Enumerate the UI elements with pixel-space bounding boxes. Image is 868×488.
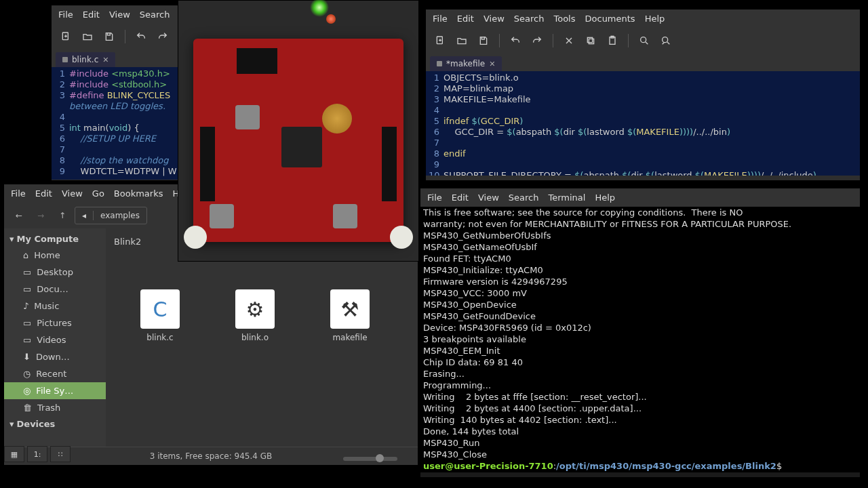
terminal-prompt[interactable]: user@user-Precision-7710:/opt/ti/msp430/… bbox=[423, 460, 857, 472]
search-icon[interactable] bbox=[635, 32, 653, 49]
editor-makefile: FileEditViewSearchToolsDocumentsHelp *ma… bbox=[426, 9, 860, 180]
menu-bookmarks[interactable]: Bookmarks bbox=[114, 188, 163, 199]
new-file-icon[interactable] bbox=[57, 28, 75, 45]
sidebar-item-label: File Sy… bbox=[36, 386, 73, 396]
sidebar-item-trash[interactable]: 🗑Trash bbox=[4, 399, 106, 416]
open-file-icon[interactable] bbox=[79, 28, 96, 45]
redo-icon[interactable] bbox=[154, 28, 172, 45]
menu-file[interactable]: File bbox=[433, 14, 448, 24]
menu-search[interactable]: Search bbox=[140, 9, 170, 20]
menu-help[interactable]: Help bbox=[595, 192, 615, 203]
svg-rect-4 bbox=[589, 39, 593, 43]
sidebar-item-recent[interactable]: ◷Recent bbox=[4, 365, 106, 382]
menu-search[interactable]: Search bbox=[509, 192, 539, 203]
sidebar-item-desktop[interactable]: ▭Desktop bbox=[4, 264, 106, 281]
term-menubar: FileEditViewSearchTerminalHelp bbox=[420, 188, 860, 207]
editor2-code[interactable]: 1OBJECTS=blink.o2MAP=blink.map3MAKEFILE=… bbox=[426, 71, 860, 176]
menu-edit[interactable]: Edit bbox=[35, 188, 52, 199]
menu-documents[interactable]: Documents bbox=[585, 14, 635, 24]
user-button-2 bbox=[333, 204, 357, 228]
save-icon[interactable] bbox=[100, 28, 118, 45]
tab-makefile[interactable]: *makefile ✕ bbox=[430, 56, 502, 71]
sidebar-item-label: Desktop bbox=[37, 267, 73, 277]
close-icon[interactable]: ✕ bbox=[489, 60, 495, 68]
replace-icon[interactable] bbox=[657, 32, 675, 49]
menu-edit[interactable]: Edit bbox=[83, 9, 100, 20]
file-type-icon: C bbox=[140, 289, 180, 329]
menu-edit[interactable]: Edit bbox=[452, 192, 469, 203]
menu-file[interactable]: File bbox=[58, 9, 73, 20]
prompt-path: /opt/ti/msp430/msp430-gcc/examples/Blink… bbox=[556, 461, 776, 471]
file-label: makefile bbox=[332, 333, 367, 342]
music-icon: ♪ bbox=[23, 301, 28, 311]
copy-icon[interactable] bbox=[582, 32, 599, 49]
path-prev-icon[interactable]: ◂ bbox=[75, 211, 94, 220]
menu-view[interactable]: View bbox=[478, 192, 499, 203]
menu-view[interactable]: View bbox=[109, 9, 130, 20]
file-blink.o[interactable]: ⚙blink.o bbox=[228, 289, 282, 342]
sidebar-item-pictures[interactable]: ▭Pictures bbox=[4, 314, 106, 331]
menu-help[interactable]: Help bbox=[645, 14, 665, 24]
chevron-down-icon: ▾ bbox=[9, 234, 14, 244]
zoom-slider[interactable] bbox=[343, 457, 397, 461]
undo-icon[interactable] bbox=[507, 32, 524, 49]
file-type-icon bbox=[62, 57, 68, 62]
path-segment[interactable]: examples bbox=[94, 211, 146, 220]
taskbar-item-0[interactable]: ▦ bbox=[4, 446, 24, 462]
prompt-user: user@user-Precision-7710 bbox=[423, 461, 553, 471]
undo-icon[interactable] bbox=[132, 28, 150, 45]
sidebar-item-label: Videos bbox=[37, 335, 66, 345]
open-file-icon[interactable] bbox=[453, 32, 471, 49]
save-icon[interactable] bbox=[475, 32, 492, 49]
sidebar-item-filesys[interactable]: ◎File Sy… bbox=[4, 382, 106, 399]
sidebar-header-devices[interactable]: ▾Devices bbox=[4, 416, 106, 432]
taskbar-item-2[interactable]: ∷ bbox=[50, 446, 71, 462]
svg-point-8 bbox=[641, 37, 646, 43]
file-makefile[interactable]: ⚒makefile bbox=[323, 289, 377, 342]
breadcrumb[interactable]: ◂ examples Blink2 bbox=[75, 207, 147, 224]
forward-icon[interactable]: → bbox=[31, 207, 50, 224]
file-type-icon bbox=[437, 61, 442, 66]
back-icon[interactable]: ← bbox=[9, 207, 28, 224]
file-label: blink.c bbox=[146, 333, 173, 342]
launchpad-board bbox=[193, 39, 403, 242]
folder-label: Blink2 bbox=[114, 237, 141, 247]
file-blink.c[interactable]: Cblink.c bbox=[133, 289, 187, 342]
terminal-output[interactable]: This is free software; see the source fo… bbox=[420, 207, 860, 472]
new-file-icon[interactable] bbox=[431, 32, 449, 49]
sidebar-item-music[interactable]: ♪Music bbox=[4, 298, 106, 314]
tab-label: *makefile bbox=[446, 59, 485, 68]
sidebar-item-home[interactable]: ⌂Home bbox=[4, 247, 106, 264]
svg-rect-3 bbox=[481, 37, 484, 39]
sidebar-item-videos[interactable]: ▭Videos bbox=[4, 331, 106, 348]
up-icon[interactable]: ↑ bbox=[53, 207, 72, 224]
menu-tools[interactable]: Tools bbox=[553, 14, 575, 24]
menu-file[interactable]: File bbox=[11, 188, 26, 199]
videos-icon: ▭ bbox=[23, 335, 31, 345]
menu-go[interactable]: Go bbox=[92, 188, 104, 199]
home-icon: ⌂ bbox=[23, 250, 28, 260]
menu-file[interactable]: File bbox=[427, 192, 442, 203]
sidebar-item-label: Pictures bbox=[37, 318, 71, 328]
sidebar-item-folder[interactable]: ▭Docu… bbox=[4, 281, 106, 298]
standoff bbox=[184, 226, 207, 249]
sidebar-item-label: Docu… bbox=[37, 284, 68, 294]
menu-search[interactable]: Search bbox=[514, 14, 545, 24]
sidebar-header-mycomputer[interactable]: ▾My Compute bbox=[4, 231, 106, 247]
svg-rect-5 bbox=[587, 37, 592, 42]
paste-icon[interactable] bbox=[604, 32, 621, 49]
sidebar-item-label: Music bbox=[34, 301, 59, 311]
menu-terminal[interactable]: Terminal bbox=[548, 192, 585, 203]
menu-edit[interactable]: Edit bbox=[457, 14, 474, 24]
taskbar-item-1[interactable]: 1: bbox=[27, 446, 47, 462]
menu-view[interactable]: View bbox=[484, 14, 505, 24]
menu-view[interactable]: View bbox=[62, 188, 83, 199]
file-type-icon: ⚒ bbox=[330, 289, 370, 329]
sidebar-item-download[interactable]: ⬇Down… bbox=[4, 348, 106, 365]
cut-icon[interactable] bbox=[560, 32, 578, 49]
redo-icon[interactable] bbox=[528, 32, 546, 49]
svg-point-9 bbox=[663, 37, 668, 43]
close-icon[interactable]: ✕ bbox=[102, 56, 108, 64]
tab-label: blink.c bbox=[72, 55, 98, 64]
tab-blink-c[interactable]: blink.c ✕ bbox=[56, 52, 115, 67]
